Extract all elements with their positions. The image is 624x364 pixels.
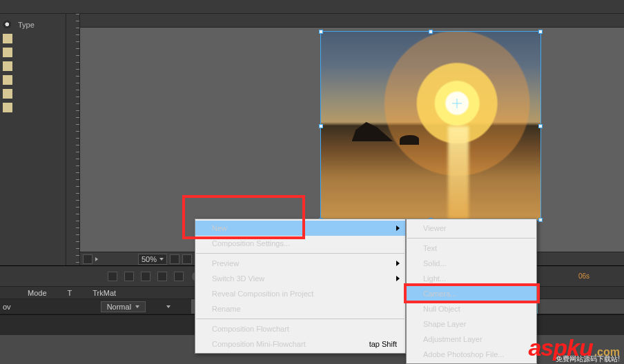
menu-separator [196,253,404,254]
color-swatch [3,48,12,57]
layer-row[interactable] [0,46,66,59]
submenu-item[interactable]: Adjustment Layer [407,332,536,347]
layer-row[interactable] [0,32,66,46]
rock-silhouette [352,122,393,141]
handle-icon[interactable] [429,30,433,34]
snapshot-icon[interactable] [83,254,92,264]
layer-row[interactable] [0,59,66,73]
mode-value: Normal [107,303,131,311]
submenu-item[interactable]: Shape Layer [407,316,536,332]
color-swatch [3,75,12,85]
brainstorm-icon[interactable] [174,272,184,281]
menu-item-label: Camera... [423,290,456,298]
context-menu-item: Rename [195,301,405,316]
blend-mode-dropdown[interactable]: Normal [101,301,146,312]
menu-item-label: Adjustment Layer [423,335,482,343]
menu-item-label: Reveal Composition in Project [212,290,313,298]
watermark-sub: 免费网站源码下载站! [556,354,620,364]
menu-separator [196,318,404,319]
anchor-point-icon [452,99,462,108]
menu-item-label: Preview [212,259,239,267]
handle-icon[interactable] [538,124,543,128]
graph-editor-icon[interactable] [157,272,167,281]
menu-shortcut: tap Shift [369,340,397,348]
context-menu-item[interactable]: Composition Settings... [195,236,405,251]
submenu-item[interactable]: Viewer [407,221,536,236]
horizontal-ruler [80,14,624,28]
menu-item-label: Viewer [423,224,446,232]
menu-item-label: Composition Mini-Flowchart [212,340,306,348]
grid-icon[interactable] [170,254,179,264]
layer-row[interactable] [0,87,66,101]
layers-panel: Type [0,14,66,265]
zoom-dropdown[interactable]: 50% [138,254,167,265]
submenu-item[interactable]: Adobe Photoshop File... [407,347,536,362]
menu-item-label: Shape Layer [423,320,466,328]
zoom-value: 50% [142,255,157,263]
time-label: 06s [578,272,589,280]
rock-silhouette [400,135,419,145]
panel-header: Type [0,18,66,32]
handle-icon[interactable] [538,30,543,34]
mask-icon[interactable] [182,254,192,264]
app-top-bar [0,0,624,14]
context-menu-item[interactable]: Reveal Composition in Project [195,286,405,301]
layer-name-suffix: ov [3,303,11,311]
color-swatch [3,34,12,43]
col-trkmat: TrkMat [92,289,116,297]
new-submenu[interactable]: ViewerTextSolid...Light...Camera...Null … [406,219,537,364]
type-column-label: Type [18,21,35,29]
context-menu-item[interactable]: Switch 3D View [195,271,405,286]
submenu-item[interactable]: Text [407,241,536,256]
layer-row[interactable] [0,73,66,87]
sun-reflection [448,126,469,221]
expand-icon[interactable] [95,257,98,261]
submenu-item[interactable]: Camera... [407,286,536,301]
chevron-down-icon [135,305,139,308]
motion-blur-icon[interactable] [141,272,150,281]
menu-item-label: New [212,224,227,232]
color-swatch [3,61,12,71]
chevron-down-icon[interactable] [166,305,170,308]
context-menu-item[interactable]: Composition Flowchart [195,321,405,336]
color-swatch [3,89,12,99]
submenu-item[interactable]: Null Object [407,301,536,316]
menu-item-label: Switch 3D View [212,274,264,283]
submenu-arrow-icon [396,261,400,266]
menu-item-label: Rename [212,305,241,313]
chevron-down-icon [159,258,164,261]
color-swatch [3,103,12,112]
shy-icon[interactable] [108,272,117,281]
col-mode: Mode [28,289,47,297]
context-menu-item[interactable]: Preview [195,256,405,271]
vertical-ruler [66,14,80,265]
submenu-arrow-icon [396,276,400,281]
timeline-buttons [108,272,184,281]
menu-item-label: Adobe Photoshop File... [423,350,504,358]
menu-separator [407,238,536,239]
context-menu[interactable]: NewComposition Settings...PreviewSwitch … [195,219,406,354]
handle-icon[interactable] [319,30,323,34]
handle-icon[interactable] [538,218,543,222]
menu-item-label: Text [423,244,437,252]
eye-icon[interactable] [3,20,12,30]
context-menu-item[interactable]: Composition Mini-Flowcharttap Shift [195,336,405,352]
context-menu-item[interactable]: New [195,221,405,236]
menu-item-label: Composition Flowchart [212,325,289,333]
menu-item-label: Solid... [423,259,447,267]
col-t: T [68,289,72,297]
footage-layer[interactable] [320,31,541,221]
menu-item-label: Light... [423,274,446,283]
menu-item-label: Composition Settings... [212,239,290,247]
handle-icon[interactable] [319,124,323,128]
menu-item-label: Null Object [423,305,460,313]
footage-image [321,32,540,220]
submenu-item[interactable]: Solid... [407,256,536,271]
submenu-item[interactable]: Light... [407,271,536,286]
layer-row[interactable] [0,101,66,114]
frame-blend-icon[interactable] [124,272,134,281]
submenu-arrow-icon [396,225,400,231]
